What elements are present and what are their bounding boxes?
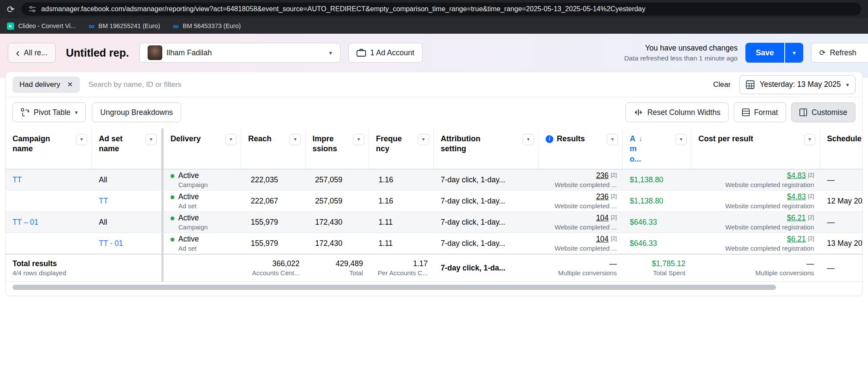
had-delivery-filter-chip[interactable]: Had delivery ✕ bbox=[13, 76, 80, 93]
ad-set-name-cell: All bbox=[92, 169, 161, 190]
browser-chrome: ⟳ adsmanager.facebook.com/adsmanager/rep… bbox=[0, 0, 868, 18]
active-status-dot bbox=[170, 238, 174, 242]
column-label: Ad set name bbox=[99, 134, 127, 154]
column-header-results[interactable]: i Results ▾ bbox=[539, 128, 623, 169]
calendar-icon bbox=[746, 80, 754, 89]
customise-label: Customise bbox=[811, 108, 847, 117]
table-row[interactable]: TT ActiveAd set 222,067 257,059 1.16 7-d… bbox=[6, 191, 862, 212]
attribution-cell: 7-day click, 1-day... bbox=[434, 169, 539, 190]
chevron-down-icon[interactable]: ▾ bbox=[804, 134, 815, 145]
format-label: Format bbox=[754, 108, 778, 117]
ad-set-link[interactable]: TT bbox=[99, 196, 155, 206]
table-row[interactable]: TT - 01 ActiveAd set 155,979 172,430 1.1… bbox=[6, 233, 862, 254]
horizontal-scrollbar[interactable] bbox=[10, 284, 858, 290]
info-icon[interactable]: i bbox=[546, 135, 553, 143]
bookmark-bm-56453373[interactable]: ∞ BM 56453373 (Euro) bbox=[173, 22, 241, 30]
column-header-delivery[interactable]: Delivery ▾ bbox=[164, 128, 241, 169]
column-label: Cost per result bbox=[698, 134, 753, 144]
bookmark-label: BM 196255241 (Euro) bbox=[98, 22, 160, 29]
impressions-cell: 257,059 bbox=[306, 169, 369, 190]
reach-total-cell: 366,022 Accounts Cent... bbox=[241, 254, 306, 281]
campaign-link[interactable]: TT bbox=[13, 175, 86, 185]
results-link[interactable]: 104 bbox=[596, 213, 609, 222]
column-label: A ↓ m o... bbox=[630, 134, 642, 164]
chevron-down-icon[interactable]: ▾ bbox=[290, 134, 301, 145]
cost-link[interactable]: $4.83 bbox=[787, 171, 806, 180]
campaign-link[interactable]: TT – 01 bbox=[13, 217, 86, 227]
results-cell: 236[2] Website completed ... bbox=[539, 169, 623, 190]
chevron-down-icon[interactable]: ▾ bbox=[675, 134, 687, 145]
chevron-down-icon[interactable]: ▾ bbox=[418, 134, 429, 145]
results-link[interactable]: 236 bbox=[596, 171, 609, 180]
account-selector[interactable]: Ilham Fadilah ▾ bbox=[139, 43, 341, 63]
cost-link[interactable]: $6.21 bbox=[787, 213, 806, 222]
bookmark-bm-196255241[interactable]: ∞ BM 196255241 (Euro) bbox=[89, 22, 160, 30]
customise-icon bbox=[799, 108, 807, 116]
chevron-down-icon[interactable]: ▾ bbox=[607, 134, 618, 145]
ad-account-button[interactable]: 1 Ad Account bbox=[348, 43, 423, 63]
date-range-picker[interactable]: Yesterday: 13 May 2025 ▾ bbox=[739, 75, 855, 94]
column-header-impressions[interactable]: Impre ssions ▾ bbox=[306, 128, 369, 169]
amount-spent-cell: $1,138.80 bbox=[623, 191, 691, 211]
save-button[interactable]: Save bbox=[745, 43, 784, 63]
chevron-down-icon[interactable]: ▾ bbox=[145, 134, 157, 145]
ungroup-breakdowns-button[interactable]: Ungroup Breakdowns bbox=[92, 102, 181, 122]
meta-logo-icon: ∞ bbox=[173, 22, 179, 30]
column-header-cost-per-result[interactable]: Cost per result ▾ bbox=[691, 128, 820, 169]
chevron-down-icon[interactable]: ▾ bbox=[76, 134, 87, 145]
reach-cell: 155,979 bbox=[241, 212, 306, 232]
ad-set-name-cell: TT bbox=[92, 191, 161, 211]
save-options-button[interactable]: ▾ bbox=[785, 43, 803, 63]
pivot-table-button[interactable]: Pivot Table ▾ bbox=[13, 102, 86, 122]
reload-icon[interactable]: ⟳ bbox=[7, 5, 15, 14]
close-icon[interactable]: ✕ bbox=[67, 80, 73, 89]
cost-per-result-total-cell: — Multiple conversions bbox=[691, 254, 820, 281]
play-icon: ▶ bbox=[7, 22, 14, 30]
cost-per-result-cell: $4.83[2] Website completed registration bbox=[691, 169, 820, 190]
chevron-down-icon[interactable]: ▾ bbox=[225, 134, 237, 145]
results-total-cell: — Multiple conversions bbox=[539, 254, 623, 281]
ad-set-link[interactable]: TT - 01 bbox=[99, 239, 155, 248]
chevron-down-icon: ▾ bbox=[846, 82, 849, 88]
search-input[interactable] bbox=[88, 80, 704, 89]
column-header-frequency[interactable]: Freque ncy ▾ bbox=[369, 128, 434, 169]
report-card: Had delivery ✕ Clear Yesterday: 13 May 2… bbox=[5, 72, 863, 296]
table-row[interactable]: TT All ActiveCampaign 222,035 257,059 1.… bbox=[6, 169, 862, 191]
scrollbar-thumb[interactable] bbox=[13, 285, 776, 290]
column-header-schedule[interactable]: Schedule bbox=[820, 128, 862, 169]
back-button[interactable]: ‹ All re... bbox=[8, 43, 56, 63]
refresh-button[interactable]: ⟳ Refresh bbox=[811, 43, 868, 63]
cost-per-result-cell: $6.21[2] Website completed registration bbox=[691, 233, 820, 254]
column-header-reach[interactable]: Reach ▾ bbox=[241, 128, 306, 169]
chevron-down-icon[interactable]: ▾ bbox=[523, 134, 534, 145]
results-cell: 104[2] Website completed ... bbox=[539, 233, 623, 254]
frequency-cell: 1.16 bbox=[369, 169, 434, 190]
amount-spent-cell: $1,138.80 bbox=[623, 169, 691, 190]
column-header-attribution-setting[interactable]: Attribution setting ▾ bbox=[434, 128, 539, 169]
customise-button[interactable]: Customise bbox=[791, 102, 855, 122]
cost-per-result-cell: $4.83[2] Website completed registration bbox=[691, 191, 820, 211]
column-header-amount-spent[interactable]: A ↓ m o... ▾ bbox=[623, 128, 691, 169]
unsaved-changes-text: You have unsaved changes bbox=[624, 44, 738, 53]
column-label: Impre ssions bbox=[312, 134, 350, 154]
cost-link[interactable]: $6.21 bbox=[787, 235, 806, 243]
column-header-ad-set-name[interactable]: Ad set name ▾ bbox=[92, 128, 161, 169]
delivery-cell bbox=[164, 254, 241, 281]
cost-per-result-cell: $6.21[2] Website completed registration bbox=[691, 212, 820, 232]
reset-column-widths-button[interactable]: Reset Column Widths bbox=[625, 102, 729, 122]
pivot-table-label: Pivot Table bbox=[34, 108, 70, 117]
bookmark-clideo[interactable]: ▶ Clideo - Convert Vi... bbox=[7, 22, 76, 30]
format-icon bbox=[742, 108, 750, 116]
attribution-cell: 7-day click, 1-day... bbox=[434, 233, 539, 254]
results-link[interactable]: 236 bbox=[596, 192, 609, 201]
table-row[interactable]: TT – 01 All ActiveCampaign 155,979 172,4… bbox=[6, 212, 862, 233]
chevron-down-icon[interactable]: ▾ bbox=[353, 134, 364, 145]
column-header-campaign-name[interactable]: Campaign name ▾ bbox=[6, 128, 92, 169]
clear-filters-link[interactable]: Clear bbox=[713, 80, 731, 89]
format-button[interactable]: Format bbox=[734, 102, 786, 122]
attribution-total-cell: 7-day click, 1-da... bbox=[434, 254, 539, 281]
active-status-dot bbox=[170, 216, 174, 220]
address-bar[interactable]: adsmanager.facebook.com/adsmanager/repor… bbox=[22, 3, 861, 16]
results-link[interactable]: 104 bbox=[596, 235, 609, 243]
cost-link[interactable]: $4.83 bbox=[787, 192, 806, 201]
